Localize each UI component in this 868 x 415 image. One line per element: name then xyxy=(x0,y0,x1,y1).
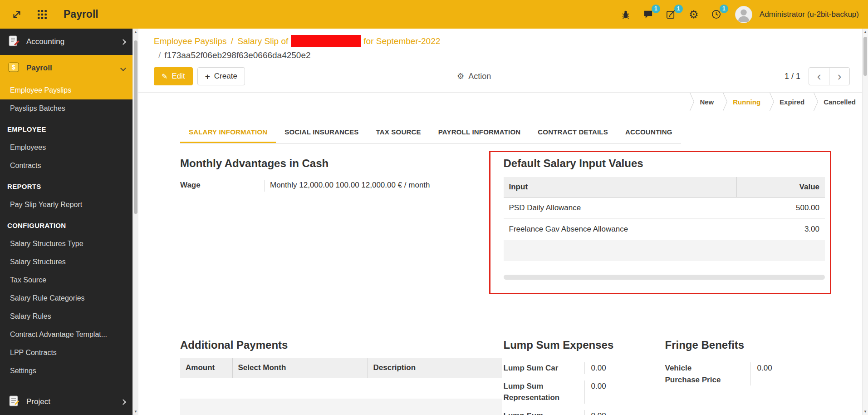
tab-tax-source[interactable]: TAX SOURCE xyxy=(367,121,429,143)
create-button-label: Create xyxy=(214,72,237,81)
column-select-month[interactable]: Select Month xyxy=(232,358,368,378)
sidebar-item-salary-rule-categories[interactable]: Salary Rule Categories xyxy=(0,289,132,307)
sidebar-section-configuration: CONFIGURATION xyxy=(0,214,132,235)
sidebar-item-label: Accounting xyxy=(26,37,64,46)
pager-previous-button[interactable]: ‹ xyxy=(809,67,829,85)
messages-icon[interactable]: 1 xyxy=(641,7,656,22)
status-row: New Running Expired Cancelled xyxy=(138,92,868,111)
sidebar-item-salary-structures-type[interactable]: Salary Structures Type xyxy=(0,235,132,253)
tab-payroll-information[interactable]: PAYROLL INFORMATION xyxy=(430,121,530,143)
scroll-down-icon[interactable]: ▼ xyxy=(133,410,138,414)
lump-sum-representation-label: Lump Sum Representation xyxy=(504,380,584,404)
status-step-cancelled[interactable]: Cancelled xyxy=(818,93,862,111)
sidebar-item-payslips-batches[interactable]: Payslips Batches xyxy=(0,99,132,118)
breadcrumb-salary-slip[interactable]: Salary Slip offor September-2022 xyxy=(237,36,440,46)
fringe-benefits-title: Fringe Benefits xyxy=(665,339,825,351)
cell-input: Freelance Gav Absence Allowance xyxy=(504,219,737,240)
form-sheet: SALARY INFORMATION SOCIAL INSURANCES TAX… xyxy=(138,121,868,415)
sidebar-item-pay-slip-yearly-report[interactable]: Pay Slip Yearly Report xyxy=(0,196,132,214)
column-description[interactable]: Description xyxy=(368,358,502,378)
tab-salary-information[interactable]: SALARY INFORMATION xyxy=(180,121,276,143)
scroll-down-icon[interactable]: ▼ xyxy=(863,410,868,414)
status-step-expired[interactable]: Expired xyxy=(774,93,810,111)
cell-value: 500.00 xyxy=(736,198,825,219)
sidebar-item-tax-source[interactable]: Tax Source xyxy=(0,271,132,289)
sidebar-item-salary-structures[interactable]: Salary Structures xyxy=(0,253,132,271)
edit-button[interactable]: ✎ Edit xyxy=(154,67,193,85)
statusbar: New Running Expired Cancelled xyxy=(687,93,862,111)
cell-amount xyxy=(180,399,232,415)
expand-icon[interactable] xyxy=(9,7,25,22)
gears-icon[interactable]: ⚙ xyxy=(686,7,701,22)
column-input[interactable]: Input xyxy=(504,177,737,198)
cell-input: PSD Daily Allowance xyxy=(504,198,737,219)
user-name[interactable]: Administrator (u-2bit-backup) xyxy=(760,10,859,19)
sidebar-item-settings[interactable]: Settings xyxy=(0,362,132,380)
control-panel: Employee Payslips / Salary Slip offor Se… xyxy=(138,29,868,87)
main-content: Employee Payslips / Salary Slip offor Se… xyxy=(138,29,868,415)
activity-clock-icon[interactable]: 1 xyxy=(709,7,724,22)
breadcrumb-record-id: f173aa52f06eb298f63e0666da4250e2 xyxy=(164,50,310,60)
sidebar-item-accounting[interactable]: Accounting xyxy=(0,29,132,55)
notebook-tabs: SALARY INFORMATION SOCIAL INSURANCES TAX… xyxy=(180,121,681,143)
lump-sum-representation-field: Lump Sum Representation 0.00 xyxy=(504,380,665,404)
topbar-right: 1 1 ⚙ 1 Administrator (u-2bit-backup) xyxy=(618,6,859,23)
main-scrollbar-thumb[interactable] xyxy=(863,37,867,76)
vehicle-purchase-price-label: Vehicle Purchase Price xyxy=(665,362,750,385)
table-row[interactable] xyxy=(180,399,502,415)
table-row[interactable] xyxy=(504,240,825,261)
breadcrumb-salary-slip-suffix: for September-2022 xyxy=(363,36,440,46)
column-value[interactable]: Value xyxy=(736,177,825,198)
table-row[interactable] xyxy=(180,378,502,399)
tab-social-insurances[interactable]: SOCIAL INSURANCES xyxy=(276,121,367,143)
statusbar-separator xyxy=(720,93,727,111)
sidebar-scrollbar-thumb[interactable] xyxy=(134,40,137,214)
pager-count: 1 / 1 xyxy=(785,72,800,81)
table-row[interactable]: PSD Daily Allowance 500.00 xyxy=(504,198,825,219)
sidebar-scrollbar[interactable]: ▲ ▼ xyxy=(132,29,138,415)
lump-sum-car-field: Lump Sum Car 0.00 xyxy=(504,362,665,374)
main-scrollbar[interactable]: ▲ ▼ xyxy=(862,29,868,415)
sidebar-item-payroll[interactable]: $ Payroll xyxy=(0,55,132,81)
sidebar-item-employee-payslips[interactable]: Employee Payslips xyxy=(0,81,132,99)
apps-grid-icon[interactable] xyxy=(34,7,50,22)
sidebar-item-contracts[interactable]: Contracts xyxy=(0,157,132,175)
breadcrumb-salary-slip-prefix: Salary Slip of xyxy=(237,36,288,46)
topbar: Payroll 1 1 ⚙ 1 Administrator (u-2bit-ba… xyxy=(0,0,868,29)
column-amount[interactable]: Amount xyxy=(180,358,232,378)
sidebar-item-project[interactable]: Project xyxy=(0,389,132,415)
status-step-running[interactable]: Running xyxy=(727,93,766,111)
scroll-up-icon[interactable]: ▲ xyxy=(133,30,138,34)
cell-month xyxy=(232,399,368,415)
sidebar-item-salary-rules[interactable]: Salary Rules xyxy=(0,307,132,326)
compose-icon[interactable]: 1 xyxy=(663,7,679,22)
sidebar-item-contract-advantage-templates[interactable]: Contract Advantage Templat... xyxy=(0,326,132,344)
chevron-right-icon xyxy=(120,399,126,405)
additional-payments-title: Additional Payments xyxy=(180,339,502,351)
table-row[interactable]: Freelance Gav Absence Allowance 3.00 xyxy=(504,219,825,240)
cell-amount xyxy=(180,378,232,399)
control-panel-buttons: ✎ Edit + Create ⚙ Action 1 / 1 ‹ › xyxy=(154,66,850,87)
bug-icon[interactable] xyxy=(618,7,633,22)
sidebar-item-label: Payroll xyxy=(26,64,52,73)
table-header-row: Input Value xyxy=(504,177,825,198)
tab-contract-details[interactable]: CONTRACT DETAILS xyxy=(529,121,617,143)
app-title: Payroll xyxy=(64,8,98,20)
avatar[interactable] xyxy=(735,6,752,23)
action-menu-button[interactable]: ⚙ Action xyxy=(457,71,491,81)
compose-badge: 1 xyxy=(674,5,683,13)
sidebar-item-lpp-contracts[interactable]: LPP Contracts xyxy=(0,344,132,362)
sidebar-item-employees[interactable]: Employees xyxy=(0,138,132,157)
lump-sum-other-value: 0.00 xyxy=(584,410,606,415)
project-icon xyxy=(7,395,20,410)
status-step-new[interactable]: New xyxy=(694,93,720,111)
sidebar: Accounting $ Payroll Employee Payslips P… xyxy=(0,29,132,415)
pager-next-button[interactable]: › xyxy=(829,67,850,85)
tab-accounting[interactable]: ACCOUNTING xyxy=(617,121,681,143)
horizontal-scrollbar[interactable] xyxy=(504,275,825,280)
scroll-up-icon[interactable]: ▲ xyxy=(863,30,868,34)
cell-description xyxy=(368,378,502,399)
statusbar-separator xyxy=(687,93,694,111)
breadcrumb-employee-payslips[interactable]: Employee Payslips xyxy=(154,36,227,46)
create-button[interactable]: + Create xyxy=(197,67,245,85)
